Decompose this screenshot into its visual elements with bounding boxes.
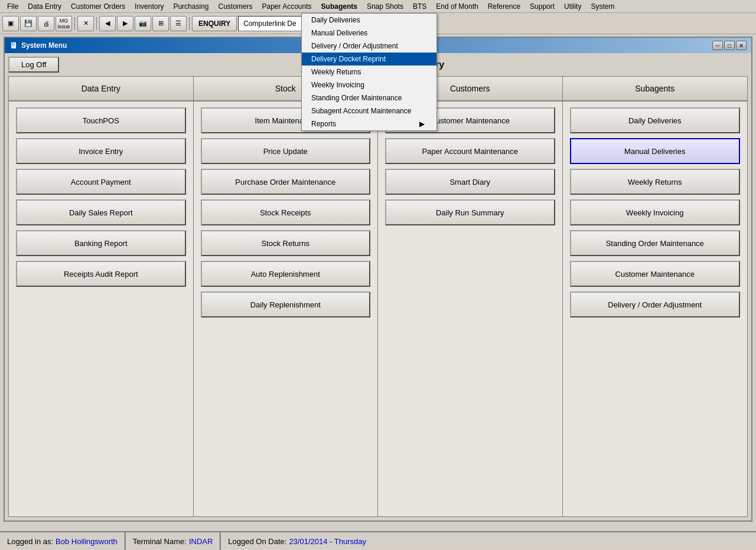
column-subagents: Subagents Daily Deliveries Manual Delive… <box>563 77 748 516</box>
btn-standing-order-maintenance-sub[interactable]: Standing Order Maintenance <box>570 230 741 256</box>
menu-reference[interactable]: Reference <box>483 1 525 12</box>
btn-banking-report[interactable]: Banking Report <box>16 230 186 256</box>
dropdown-delivery-order-adjustment[interactable]: Delivery / Order Adjustment <box>302 40 436 53</box>
logoff-button[interactable]: Log Off <box>8 57 59 73</box>
column-header-subagents: Subagents <box>563 77 748 102</box>
btn-delivery-order-adjustment-sub[interactable]: Delivery / Order Adjustment <box>570 292 741 317</box>
btn-stock-receipts[interactable]: Stock Receipts <box>201 199 371 225</box>
window-maximize-btn[interactable]: □ <box>724 41 735 50</box>
column-buttons-customers: Customer Maintenance Paper Account Maint… <box>378 102 562 516</box>
btn-paper-account-maintenance[interactable]: Paper Account Maintenance <box>385 138 555 164</box>
dropdown-weekly-invoicing[interactable]: Weekly Invoicing <box>302 78 436 91</box>
btn-manual-deliveries-sub[interactable]: Manual Deliveries <box>570 138 741 164</box>
btn-touchpos[interactable]: TouchPOS <box>16 107 186 133</box>
toolbar-btn-print[interactable]: 🖨 <box>38 16 54 31</box>
terminal-label: Terminal Name: <box>133 537 187 546</box>
dropdown-daily-deliveries[interactable]: Daily Deliveries <box>302 14 436 27</box>
menu-customers[interactable]: Customers <box>213 1 257 12</box>
btn-smart-diary[interactable]: Smart Diary <box>385 169 555 195</box>
btn-stock-returns[interactable]: Stock Returns <box>201 230 371 256</box>
btn-price-update[interactable]: Price Update <box>201 138 371 164</box>
toolbar-btn-save[interactable]: 💾 <box>20 16 37 31</box>
btn-auto-replenishment[interactable]: Auto Replenishment <box>201 261 371 287</box>
titlebar-controls: ─ □ ✕ <box>712 41 747 50</box>
btn-daily-run-summary[interactable]: Daily Run Summary <box>385 199 555 225</box>
column-customers: Customers Customer Maintenance Paper Acc… <box>378 77 563 516</box>
column-buttons-stock: Item Maintenance Price Update Purchase O… <box>194 102 378 516</box>
btn-weekly-invoicing-sub[interactable]: Weekly Invoicing <box>570 199 741 225</box>
status-terminal: Terminal Name: INDAR <box>126 532 221 550</box>
toolbar-btn-mg[interactable]: MGissue <box>56 16 72 31</box>
toolbar-btn-close[interactable]: ✕ <box>77 16 94 31</box>
window-close-btn[interactable]: ✕ <box>736 41 747 50</box>
btn-account-payment[interactable]: Account Payment <box>16 169 186 195</box>
menu-bts[interactable]: BTS <box>408 1 431 12</box>
logged-on-label: Logged On Date: <box>228 537 286 546</box>
menu-utility[interactable]: Utility <box>559 1 586 12</box>
toolbar-btn-list[interactable]: ☰ <box>170 16 187 31</box>
dropdown-reports-label: Reports <box>311 120 336 128</box>
menu-inventory[interactable]: Inventory <box>130 1 168 12</box>
dropdown-delivery-docket-reprint[interactable]: Delivery Docket Reprint <box>302 53 436 66</box>
menu-data-entry[interactable]: Data Entry <box>23 1 66 12</box>
toolbar-enquiry-btn[interactable]: ENQUIRY <box>192 16 237 31</box>
menu-subagents[interactable]: Subagents <box>317 1 362 12</box>
btn-daily-deliveries-sub[interactable]: Daily Deliveries <box>570 107 741 133</box>
dropdown-reports[interactable]: Reports ▶ <box>302 117 436 130</box>
dropdown-standing-order-maintenance[interactable]: Standing Order Maintenance <box>302 91 436 104</box>
terminal-value: INDAR <box>189 537 213 546</box>
column-buttons-subagents: Daily Deliveries Manual Deliveries Weekl… <box>563 102 748 516</box>
btn-invoice-entry[interactable]: Invoice Entry <box>16 138 186 164</box>
status-logged-on-date: Logged On Date: 23/01/2014 - Thursday <box>221 532 756 550</box>
window-title: System Menu <box>21 41 67 50</box>
btn-receipts-audit-report[interactable]: Receipts Audit Report <box>16 261 186 287</box>
logged-on-value: 23/01/2014 - Thursday <box>289 537 366 546</box>
menu-purchasing[interactable]: Purchasing <box>168 1 213 12</box>
statusbar: Logged in as: Bob Hollingsworth Terminal… <box>0 531 756 550</box>
btn-purchase-order-maintenance[interactable]: Purchase Order Maintenance <box>201 169 371 195</box>
logged-in-label: Logged in as: <box>7 537 53 546</box>
window-icon: 🖥 <box>9 41 18 50</box>
btn-daily-replenishment[interactable]: Daily Replenishment <box>201 292 371 317</box>
toolbar-sep-1 <box>74 17 75 30</box>
column-header-data-entry: Data Entry <box>9 77 193 102</box>
dropdown-reports-arrow: ▶ <box>419 120 425 128</box>
btn-daily-sales-report[interactable]: Daily Sales Report <box>16 199 186 225</box>
menu-system[interactable]: System <box>586 1 619 12</box>
window-minimize-btn[interactable]: ─ <box>712 41 723 50</box>
main-grid: Data Entry TouchPOS Invoice Entry Accoun… <box>8 76 748 517</box>
menubar: File Data Entry Customer Orders Inventor… <box>0 0 756 13</box>
toolbar-btn-new[interactable]: ▣ <box>2 16 19 31</box>
subagents-dropdown-menu: Daily Deliveries Manual Deliveries Deliv… <box>301 13 437 131</box>
menu-paper-accounts[interactable]: Paper Accounts <box>258 1 317 12</box>
column-stock: Stock Item Maintenance Price Update Purc… <box>194 77 379 516</box>
toolbar-btn-back[interactable]: ◀ <box>99 16 116 31</box>
toolbar-sep-2 <box>96 17 97 30</box>
menu-support[interactable]: Support <box>525 1 559 12</box>
column-data-entry: Data Entry TouchPOS Invoice Entry Accoun… <box>9 77 194 516</box>
logged-in-value: Bob Hollingsworth <box>56 537 118 546</box>
toolbar-btn-grid[interactable]: ⊞ <box>152 16 169 31</box>
btn-customer-maintenance-sub[interactable]: Customer Maintenance <box>570 261 741 287</box>
menu-customer-orders[interactable]: Customer Orders <box>66 1 130 12</box>
status-logged-in: Logged in as: Bob Hollingsworth <box>0 532 126 550</box>
menu-snap-shots[interactable]: Snap Shots <box>362 1 408 12</box>
column-buttons-data-entry: TouchPOS Invoice Entry Account Payment D… <box>9 102 193 516</box>
titlebar-left: 🖥 System Menu <box>9 41 67 50</box>
toolbar-app-label: Computerlink De <box>238 16 309 31</box>
toolbar-btn-snapshot[interactable]: 📷 <box>135 16 151 31</box>
dropdown-manual-deliveries[interactable]: Manual Deliveries <box>302 27 436 40</box>
toolbar-sep-3 <box>189 17 190 30</box>
toolbar-btn-forward[interactable]: ▶ <box>117 16 133 31</box>
btn-weekly-returns-sub[interactable]: Weekly Returns <box>570 169 741 195</box>
menu-end-of-month[interactable]: End of Month <box>431 1 483 12</box>
dropdown-weekly-returns[interactable]: Weekly Returns <box>302 66 436 78</box>
menu-file[interactable]: File <box>2 1 23 12</box>
dropdown-subagent-account-maintenance[interactable]: Subagent Account Maintenance <box>302 104 436 117</box>
